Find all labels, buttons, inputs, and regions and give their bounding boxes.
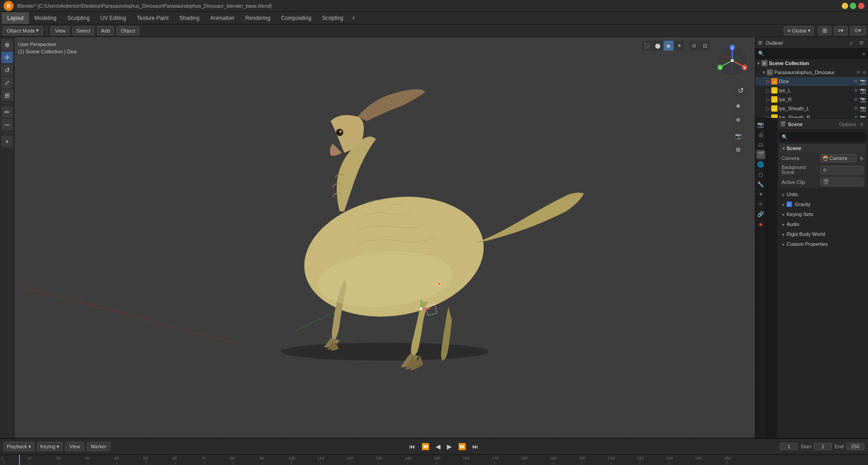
gravity-checkbox[interactable]: ✓ — [787, 202, 792, 207]
nav-orbit-btn[interactable]: ↺ — [732, 82, 749, 99]
viewport-overlay-btn[interactable]: ⊙▾ — [850, 26, 865, 35]
camera-btn[interactable]: 📷 — [732, 130, 744, 142]
rendered-mode-btn[interactable]: ☀ — [674, 41, 684, 51]
play-btn[interactable]: ▶ — [445, 442, 454, 451]
tab-modeling[interactable]: Modeling — [29, 12, 62, 24]
viewport-options-btn[interactable]: ≡▾ — [834, 26, 848, 35]
timeline-ruler[interactable]: 1102030405060708090100110120130140150160… — [0, 454, 868, 465]
marker-btn[interactable]: Marker — [87, 442, 110, 451]
props-filter-btn[interactable]: ≡ — [858, 121, 865, 128]
nav-pan-btn[interactable]: ✥ — [732, 100, 744, 112]
gravity-section-header[interactable]: ▸ ✓ Gravity — [779, 200, 866, 208]
view-layer-props-btn[interactable]: 🗂 — [756, 140, 765, 149]
item-render-icon-4[interactable]: 📷 — [860, 97, 866, 103]
tab-compositing[interactable]: Compositing — [276, 12, 317, 24]
item-visibility-icon-1[interactable]: 👁 — [856, 70, 861, 75]
jump-start-btn[interactable]: ⏮ — [407, 442, 417, 451]
tab-animation[interactable]: Animation — [205, 12, 240, 24]
custom-properties-header[interactable]: ▸ Custom Properties — [779, 240, 866, 248]
outliner-filter-icon[interactable]: ≡ — [863, 51, 865, 56]
select-menu[interactable]: Select — [72, 26, 95, 35]
play-reverse-btn[interactable]: ◀ — [434, 442, 442, 451]
maximize-button[interactable] — [850, 3, 856, 9]
item-render-icon-5[interactable]: 📷 — [860, 106, 866, 112]
outliner-item-dice[interactable]: ▷ △ Dice 👁 📷 — [755, 77, 868, 86]
output-props-btn[interactable]: 🖨 — [756, 130, 765, 139]
particles-props-btn[interactable]: ✦ — [756, 190, 765, 199]
props-search-input[interactable] — [788, 134, 863, 140]
viewport-global-dropdown[interactable]: ⊕ Global ▾ — [784, 26, 814, 35]
add-tab-button[interactable]: + — [349, 14, 358, 22]
keying-sets-header[interactable]: ▸ Keying Sets — [779, 210, 866, 218]
view-timeline-btn[interactable]: View — [65, 442, 84, 451]
units-section-header[interactable]: ▸ Units — [779, 190, 866, 198]
3d-gizmo[interactable]: Z X Y — [716, 44, 749, 77]
viewport-snap-btn[interactable]: ⊞ — [818, 26, 831, 35]
item-render-icon-2[interactable]: 📷 — [860, 79, 866, 85]
item-visibility-icon-6[interactable]: 👁 — [854, 115, 859, 118]
tab-shading[interactable]: Shading — [174, 12, 205, 24]
render-props-btn[interactable]: 📷 — [756, 120, 765, 129]
modifiers-props-btn[interactable]: 🔧 — [756, 180, 765, 189]
object-menu[interactable]: Object — [117, 26, 139, 35]
close-button[interactable] — [858, 3, 864, 9]
camera-eyedropper-btn[interactable]: ⊕ — [859, 155, 863, 161]
item-visibility-icon-2[interactable]: 👁 — [854, 79, 859, 84]
step-forward-btn[interactable]: ⏩ — [456, 442, 468, 451]
playback-dropdown[interactable]: Playback ▾ — [4, 442, 34, 451]
world-props-btn[interactable]: 🌐 — [756, 160, 765, 169]
outliner-item-lye-r[interactable]: ▷ △ lye_R 👁 📷 — [755, 95, 868, 104]
outliner-filter-btn[interactable]: ≡ — [847, 39, 855, 47]
outliner-options-btn[interactable]: ⊞ — [857, 39, 865, 47]
props-scrollable[interactable]: 🔍 ▾ Scene Camera 📷 — [777, 130, 868, 438]
object-mode-dropdown[interactable]: Object Mode ▾ — [3, 26, 43, 35]
playhead[interactable] — [19, 455, 20, 465]
item-visibility-icon-5[interactable]: 👁 — [854, 106, 859, 111]
rigid-body-world-header[interactable]: ▸ Rigid Body World — [779, 230, 866, 238]
item-visibility-icon-4[interactable]: 👁 — [854, 97, 859, 102]
outliner-item-lye-sheath-l[interactable]: ▷ △ lye_Sheath_L 👁 📷 — [755, 104, 868, 113]
move-tool[interactable]: ✛ — [1, 52, 13, 63]
outliner-item-lye-sheath-r[interactable]: ▷ △ lye_Sheath_R 👁 📷 — [755, 113, 868, 118]
object-props-btn[interactable]: ◻ — [756, 170, 765, 179]
tab-texture-paint[interactable]: Texture Paint — [132, 12, 174, 24]
add-menu[interactable]: Add — [97, 26, 114, 35]
3d-viewport[interactable]: User Perspective (1) Scene Collection | … — [14, 37, 755, 438]
annotate-tool[interactable]: ✏ — [1, 106, 13, 118]
camera-field-value[interactable]: 📷 Camera — [821, 154, 857, 162]
transform-tool[interactable]: ⊞ — [1, 89, 13, 101]
tab-scripting[interactable]: Scripting — [317, 12, 349, 24]
tab-uv-editing[interactable]: UV Editing — [95, 12, 132, 24]
outliner-item-lye-l[interactable]: ▷ △ lye_L 👁 📷 — [755, 86, 868, 95]
scene-props-btn[interactable]: 🎬 — [756, 150, 765, 159]
minimize-button[interactable] — [842, 3, 848, 9]
constraints-props-btn[interactable]: 🔗 — [756, 210, 765, 219]
cursor-tool[interactable]: ⊕ — [1, 39, 13, 51]
outliner-item-scene-collection[interactable]: ▾ ⊞ Scene Collection — [755, 59, 868, 68]
toggle-xray-btn[interactable]: ⊡ — [700, 41, 710, 51]
item-render-icon-3[interactable]: 📷 — [860, 88, 866, 94]
wireframe-mode-btn[interactable]: ⬛ — [642, 41, 652, 51]
material-mode-btn[interactable]: ◉ — [664, 41, 674, 51]
background-scene-value[interactable]: ⊕ — [821, 166, 863, 174]
outliner-item-parasauro-dino[interactable]: ▾ ▷ Parasaurolophus_Dinosaur 👁 ⊕ — [755, 68, 868, 77]
keying-dropdown[interactable]: Keying ▾ — [37, 442, 63, 451]
rotate-tool[interactable]: ↺ — [1, 64, 13, 76]
physics-props-btn[interactable]: ⚛ — [756, 200, 765, 209]
end-frame-input[interactable] — [846, 443, 864, 450]
outliner-search-input[interactable] — [766, 51, 861, 56]
data-props-btn[interactable]: ◈ — [756, 220, 765, 229]
item-select-icon-1[interactable]: ⊕ — [862, 70, 866, 75]
toggle-overlays-btn[interactable]: ⊙ — [689, 41, 699, 51]
tab-sculpting[interactable]: Sculpting — [62, 12, 95, 24]
view-menu[interactable]: View — [51, 26, 70, 35]
measure-tool[interactable]: ⁓ — [1, 119, 13, 131]
tab-rendering[interactable]: Rendering — [240, 12, 275, 24]
item-render-icon-6[interactable]: 📷 — [860, 115, 866, 119]
current-frame-input[interactable] — [780, 443, 798, 450]
step-back-btn[interactable]: ⏪ — [420, 442, 431, 451]
jump-end-btn[interactable]: ⏭ — [470, 442, 480, 451]
nav-zoom-btn[interactable]: ⊕ — [732, 114, 744, 126]
start-frame-input[interactable] — [814, 443, 832, 450]
scale-tool[interactable]: ⤢ — [1, 77, 13, 89]
